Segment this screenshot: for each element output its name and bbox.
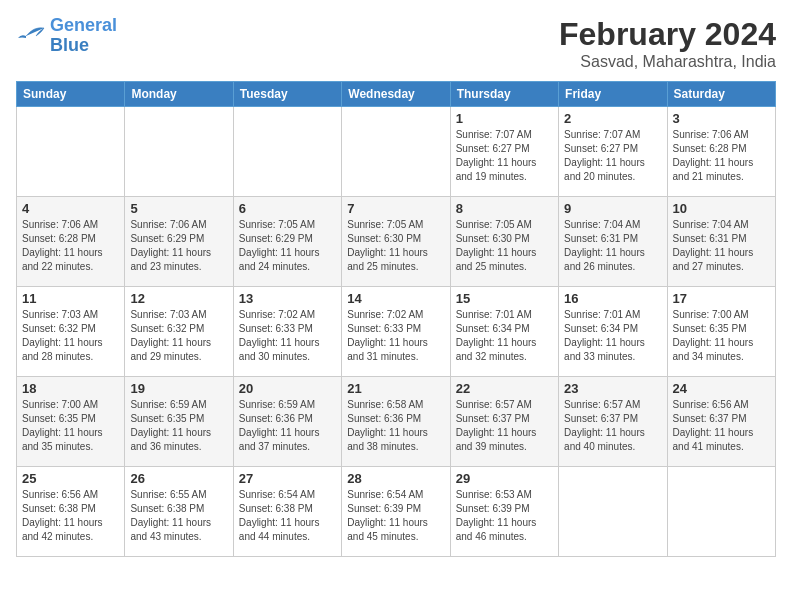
day-info: Sunrise: 7:01 AM Sunset: 6:34 PM Dayligh…: [456, 308, 553, 364]
day-info: Sunrise: 7:00 AM Sunset: 6:35 PM Dayligh…: [673, 308, 770, 364]
calendar-cell: [17, 107, 125, 197]
day-number: 19: [130, 381, 227, 396]
day-info: Sunrise: 7:02 AM Sunset: 6:33 PM Dayligh…: [239, 308, 336, 364]
month-year-title: February 2024: [559, 16, 776, 53]
calendar-week-2: 11Sunrise: 7:03 AM Sunset: 6:32 PM Dayli…: [17, 287, 776, 377]
day-number: 14: [347, 291, 444, 306]
logo-text: General Blue: [50, 16, 117, 56]
day-info: Sunrise: 6:58 AM Sunset: 6:36 PM Dayligh…: [347, 398, 444, 454]
calendar-cell: 14Sunrise: 7:02 AM Sunset: 6:33 PM Dayli…: [342, 287, 450, 377]
calendar-table: SundayMondayTuesdayWednesdayThursdayFrid…: [16, 81, 776, 557]
day-number: 26: [130, 471, 227, 486]
calendar-cell: 18Sunrise: 7:00 AM Sunset: 6:35 PM Dayli…: [17, 377, 125, 467]
day-info: Sunrise: 6:59 AM Sunset: 6:36 PM Dayligh…: [239, 398, 336, 454]
calendar-cell: [125, 107, 233, 197]
day-info: Sunrise: 6:54 AM Sunset: 6:38 PM Dayligh…: [239, 488, 336, 544]
logo-icon: [16, 24, 46, 48]
day-number: 7: [347, 201, 444, 216]
calendar-cell: 23Sunrise: 6:57 AM Sunset: 6:37 PM Dayli…: [559, 377, 667, 467]
calendar-cell: 6Sunrise: 7:05 AM Sunset: 6:29 PM Daylig…: [233, 197, 341, 287]
calendar-cell: 2Sunrise: 7:07 AM Sunset: 6:27 PM Daylig…: [559, 107, 667, 197]
day-info: Sunrise: 7:07 AM Sunset: 6:27 PM Dayligh…: [456, 128, 553, 184]
col-header-tuesday: Tuesday: [233, 82, 341, 107]
day-info: Sunrise: 7:05 AM Sunset: 6:30 PM Dayligh…: [456, 218, 553, 274]
day-number: 13: [239, 291, 336, 306]
day-info: Sunrise: 6:53 AM Sunset: 6:39 PM Dayligh…: [456, 488, 553, 544]
day-info: Sunrise: 7:02 AM Sunset: 6:33 PM Dayligh…: [347, 308, 444, 364]
calendar-cell: 8Sunrise: 7:05 AM Sunset: 6:30 PM Daylig…: [450, 197, 558, 287]
day-info: Sunrise: 6:57 AM Sunset: 6:37 PM Dayligh…: [564, 398, 661, 454]
calendar-cell: 19Sunrise: 6:59 AM Sunset: 6:35 PM Dayli…: [125, 377, 233, 467]
day-info: Sunrise: 7:05 AM Sunset: 6:30 PM Dayligh…: [347, 218, 444, 274]
calendar-cell: 16Sunrise: 7:01 AM Sunset: 6:34 PM Dayli…: [559, 287, 667, 377]
calendar-cell: 13Sunrise: 7:02 AM Sunset: 6:33 PM Dayli…: [233, 287, 341, 377]
day-number: 24: [673, 381, 770, 396]
calendar-cell: 9Sunrise: 7:04 AM Sunset: 6:31 PM Daylig…: [559, 197, 667, 287]
day-number: 29: [456, 471, 553, 486]
day-number: 5: [130, 201, 227, 216]
day-number: 3: [673, 111, 770, 126]
col-header-saturday: Saturday: [667, 82, 775, 107]
day-info: Sunrise: 7:06 AM Sunset: 6:28 PM Dayligh…: [22, 218, 119, 274]
col-header-sunday: Sunday: [17, 82, 125, 107]
day-info: Sunrise: 6:57 AM Sunset: 6:37 PM Dayligh…: [456, 398, 553, 454]
calendar-cell: 15Sunrise: 7:01 AM Sunset: 6:34 PM Dayli…: [450, 287, 558, 377]
title-block: February 2024 Sasvad, Maharashtra, India: [559, 16, 776, 71]
day-info: Sunrise: 7:04 AM Sunset: 6:31 PM Dayligh…: [673, 218, 770, 274]
calendar-cell: 25Sunrise: 6:56 AM Sunset: 6:38 PM Dayli…: [17, 467, 125, 557]
day-info: Sunrise: 6:56 AM Sunset: 6:37 PM Dayligh…: [673, 398, 770, 454]
calendar-week-1: 4Sunrise: 7:06 AM Sunset: 6:28 PM Daylig…: [17, 197, 776, 287]
day-info: Sunrise: 7:06 AM Sunset: 6:29 PM Dayligh…: [130, 218, 227, 274]
day-number: 18: [22, 381, 119, 396]
calendar-cell: 3Sunrise: 7:06 AM Sunset: 6:28 PM Daylig…: [667, 107, 775, 197]
day-info: Sunrise: 6:55 AM Sunset: 6:38 PM Dayligh…: [130, 488, 227, 544]
day-number: 2: [564, 111, 661, 126]
calendar-header-row: SundayMondayTuesdayWednesdayThursdayFrid…: [17, 82, 776, 107]
day-number: 20: [239, 381, 336, 396]
day-number: 25: [22, 471, 119, 486]
day-info: Sunrise: 7:04 AM Sunset: 6:31 PM Dayligh…: [564, 218, 661, 274]
day-number: 27: [239, 471, 336, 486]
day-info: Sunrise: 7:05 AM Sunset: 6:29 PM Dayligh…: [239, 218, 336, 274]
col-header-monday: Monday: [125, 82, 233, 107]
page-header: General Blue February 2024 Sasvad, Mahar…: [16, 16, 776, 71]
calendar-cell: 7Sunrise: 7:05 AM Sunset: 6:30 PM Daylig…: [342, 197, 450, 287]
calendar-cell: 1Sunrise: 7:07 AM Sunset: 6:27 PM Daylig…: [450, 107, 558, 197]
calendar-cell: 17Sunrise: 7:00 AM Sunset: 6:35 PM Dayli…: [667, 287, 775, 377]
col-header-friday: Friday: [559, 82, 667, 107]
calendar-cell: 10Sunrise: 7:04 AM Sunset: 6:31 PM Dayli…: [667, 197, 775, 287]
calendar-week-0: 1Sunrise: 7:07 AM Sunset: 6:27 PM Daylig…: [17, 107, 776, 197]
calendar-cell: 4Sunrise: 7:06 AM Sunset: 6:28 PM Daylig…: [17, 197, 125, 287]
day-info: Sunrise: 7:03 AM Sunset: 6:32 PM Dayligh…: [22, 308, 119, 364]
calendar-cell: 22Sunrise: 6:57 AM Sunset: 6:37 PM Dayli…: [450, 377, 558, 467]
calendar-cell: 29Sunrise: 6:53 AM Sunset: 6:39 PM Dayli…: [450, 467, 558, 557]
calendar-cell: [559, 467, 667, 557]
day-number: 23: [564, 381, 661, 396]
day-number: 17: [673, 291, 770, 306]
day-number: 28: [347, 471, 444, 486]
day-number: 8: [456, 201, 553, 216]
day-info: Sunrise: 7:03 AM Sunset: 6:32 PM Dayligh…: [130, 308, 227, 364]
day-info: Sunrise: 6:54 AM Sunset: 6:39 PM Dayligh…: [347, 488, 444, 544]
calendar-cell: [342, 107, 450, 197]
day-number: 12: [130, 291, 227, 306]
day-info: Sunrise: 7:06 AM Sunset: 6:28 PM Dayligh…: [673, 128, 770, 184]
calendar-week-4: 25Sunrise: 6:56 AM Sunset: 6:38 PM Dayli…: [17, 467, 776, 557]
day-number: 1: [456, 111, 553, 126]
calendar-cell: 12Sunrise: 7:03 AM Sunset: 6:32 PM Dayli…: [125, 287, 233, 377]
day-number: 10: [673, 201, 770, 216]
day-number: 15: [456, 291, 553, 306]
day-number: 11: [22, 291, 119, 306]
calendar-cell: [233, 107, 341, 197]
day-info: Sunrise: 7:00 AM Sunset: 6:35 PM Dayligh…: [22, 398, 119, 454]
day-info: Sunrise: 6:56 AM Sunset: 6:38 PM Dayligh…: [22, 488, 119, 544]
calendar-week-3: 18Sunrise: 7:00 AM Sunset: 6:35 PM Dayli…: [17, 377, 776, 467]
day-number: 6: [239, 201, 336, 216]
calendar-cell: 20Sunrise: 6:59 AM Sunset: 6:36 PM Dayli…: [233, 377, 341, 467]
day-info: Sunrise: 7:07 AM Sunset: 6:27 PM Dayligh…: [564, 128, 661, 184]
day-number: 16: [564, 291, 661, 306]
day-number: 9: [564, 201, 661, 216]
col-header-wednesday: Wednesday: [342, 82, 450, 107]
calendar-cell: 26Sunrise: 6:55 AM Sunset: 6:38 PM Dayli…: [125, 467, 233, 557]
day-number: 4: [22, 201, 119, 216]
